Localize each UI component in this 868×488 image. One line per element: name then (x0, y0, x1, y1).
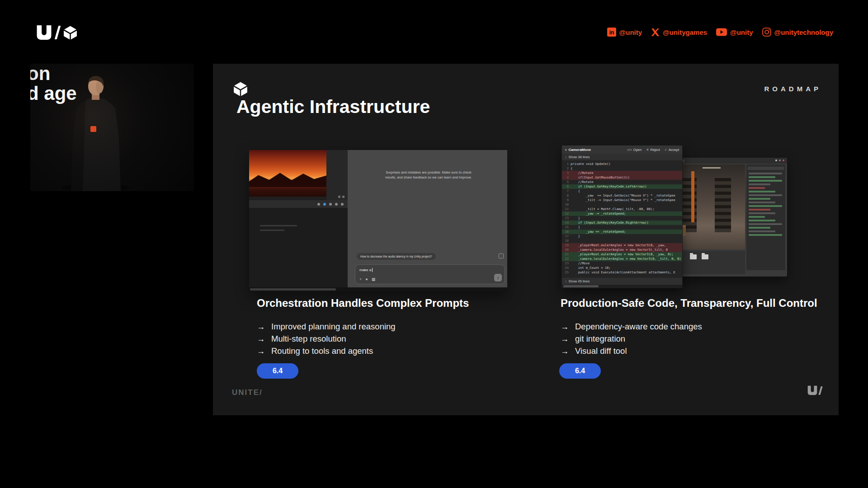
tool-icon[interactable] (329, 203, 332, 206)
bullet-text: git integration (575, 334, 625, 344)
code-line: 14 if (Input.GetKey(KeyCode.RightArrow)) (562, 221, 682, 225)
panel-strip (326, 150, 348, 200)
code-line: 6 if (Input.GetKey(KeyCode.LeftArrow)) (562, 184, 682, 189)
bullet-item: Routing to tools and agents (257, 346, 528, 356)
code-line: 13 } (562, 216, 682, 221)
play-icon[interactable] (323, 203, 326, 206)
code-line: 18 (562, 239, 682, 243)
social-x[interactable]: @unitygames (651, 28, 707, 37)
code-text: if (Input.GetKey(KeyCode.RightArrow)) (571, 221, 649, 225)
tool-icon[interactable] (317, 203, 320, 206)
code-text: _camera.localEulerAngles = new Vector3(0… (571, 257, 681, 261)
tool-icon[interactable] (341, 203, 344, 206)
code-text: _tilt = Mathf.Clamp(_tilt, -80, 80); (571, 207, 654, 211)
bullet-text: Dependency-aware code changes (575, 322, 702, 332)
editor-toolbar (249, 200, 348, 208)
code-line: 2 { (562, 166, 682, 171)
line-number: 25 (562, 270, 571, 275)
bullet-text: Visual diff tool (575, 346, 627, 356)
arrow-icon (257, 322, 265, 332)
line-number: 20 (562, 248, 571, 252)
reject-button[interactable]: ✕ Reject (646, 148, 660, 152)
folder-icon[interactable] (702, 254, 708, 259)
version-badge: 6.4 (559, 363, 601, 379)
line-number: 21 (562, 252, 571, 257)
social-youtube[interactable]: @unity (716, 28, 753, 36)
diff-scrollbar[interactable] (562, 285, 682, 288)
image-icon[interactable]: ▦ (372, 277, 376, 282)
console-panel (249, 208, 348, 287)
slide-title: Agentic Infrastructure (236, 96, 430, 117)
send-button[interactable]: ↑ (494, 274, 502, 282)
window-controls[interactable] (775, 160, 784, 161)
line-number: 23 (562, 261, 571, 266)
arrow-icon (257, 346, 265, 356)
line-number: 17 (562, 234, 571, 239)
bullet-list: Improved planning and reasoning Multi-st… (257, 322, 528, 356)
tool-icon[interactable] (335, 203, 338, 206)
code-line: 19 _playerRoot.eulerAngles = new Vector3… (562, 243, 682, 248)
column-production-safe: Production-Safe Code, Transparency, Full… (561, 297, 823, 356)
social-handle: @unitygames (663, 28, 707, 36)
assistant-chat-panel: Surprises and mistakes are possible. Mak… (348, 150, 507, 287)
line-number: 22 (562, 257, 571, 261)
social-instagram[interactable]: @unitytechnology (762, 28, 833, 37)
code-text: _camera.localEulerAngles = new Vector3(_… (571, 248, 668, 252)
plus-icon[interactable]: + (359, 277, 362, 282)
line-number: 13 (562, 216, 571, 221)
bullet-list: Dependency-aware code changes git integr… (561, 322, 823, 356)
code-text: _playerRoot.eulerAngles = new Vector3(0,… (571, 243, 666, 248)
accept-button[interactable]: ✓ Accept (665, 148, 679, 152)
code-line: 7 { (562, 189, 682, 193)
assistant-screenshot: Surprises and mistakes are possible. Mak… (249, 150, 507, 291)
code-line: 24 int m_Count = 10; (562, 266, 682, 270)
unite-logo: UNITE/ (232, 388, 263, 397)
folder-icon[interactable] (690, 254, 697, 259)
code-line: 5 //Rotate (562, 180, 682, 184)
roadmap-label: ROADMAP (764, 85, 822, 93)
prompt-input[interactable]: make a + ● ▦ ↑ (355, 264, 505, 284)
code-line: 9 _tilt -= Input.GetAxis("Mouse Y") * _r… (562, 198, 682, 202)
social-bar: in @unity @unitygames @unity @unitytechn… (607, 28, 833, 37)
code-text: _yaw += Input.GetAxis("Mouse X") * _rota… (571, 193, 675, 198)
slide: ROADMAP Agentic Infrastructure (213, 64, 839, 415)
bullet-item: git integration (561, 334, 823, 344)
open-button[interactable]: </> Open (627, 148, 642, 152)
assistant-disclaimer: Surprises and mistakes are possible. Mak… (383, 170, 474, 180)
arrow-icon (561, 334, 569, 344)
code-text: //Rotate (571, 180, 594, 184)
show-lines-bottom[interactable]: Show 45 lines (562, 277, 682, 285)
unity-logo (36, 25, 78, 40)
code-line: 17 } (562, 234, 682, 239)
code-diff-panel: CameraMove </> Open ✕ Reject ✓ Accept (561, 145, 683, 288)
version-badge: 6.4 (257, 363, 298, 379)
bullet-item: Dependency-aware code changes (561, 322, 823, 332)
line-number: 19 (562, 243, 571, 248)
bullet-text: Improved planning and reasoning (271, 322, 396, 332)
social-handle: @unitytechnology (774, 28, 833, 36)
arrow-icon (561, 322, 569, 332)
line-number: 8 (562, 193, 571, 198)
ceiling-light (703, 167, 721, 169)
unity-cube-icon (63, 26, 78, 40)
text-placeholder (260, 225, 297, 226)
text-cursor (372, 268, 373, 272)
line-number: 10 (562, 202, 571, 207)
youtube-icon (716, 28, 727, 36)
chevron-down-icon[interactable] (565, 148, 567, 152)
horizontal-scrollbar[interactable] (249, 287, 507, 291)
grid-icon (338, 196, 340, 198)
presenter-figure (54, 69, 137, 191)
code-text: if (Input.GetKey(KeyCode.LeftArrow)) (571, 184, 647, 189)
line-number: 6 (562, 184, 571, 189)
diff-code: 1 private void Update() 2 { 3 //Rotate (562, 161, 682, 277)
mic-icon[interactable]: ● (365, 277, 368, 282)
x-icon: ✕ (646, 148, 649, 152)
line-number: 16 (562, 230, 571, 234)
social-linkedin[interactable]: in @unity (607, 28, 642, 37)
copy-icon[interactable] (499, 253, 504, 258)
linkedin-icon: in (607, 28, 616, 37)
line-number: 9 (562, 198, 571, 202)
line-number: 14 (562, 221, 571, 225)
show-lines-top[interactable]: Show 38 lines (562, 154, 682, 161)
